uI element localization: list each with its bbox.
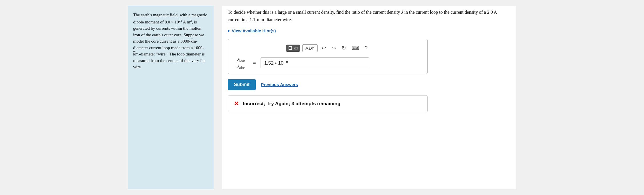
math-toolbar: √□ ΑΣΦ ↩ ↪ ↻ ⌨ ?: [234, 44, 422, 52]
question-text: To decide whether this is a large or a s…: [228, 9, 511, 23]
greek-button[interactable]: ΑΣΦ: [302, 44, 317, 52]
answer-input[interactable]: [261, 57, 369, 68]
previous-answers-link[interactable]: Previous Answers: [261, 82, 298, 87]
undo-icon: ↩: [322, 45, 326, 51]
problem-context-panel: The earth's magnetic field, with a magne…: [128, 6, 213, 189]
redo-icon: ↪: [332, 45, 336, 51]
submit-row: Submit Previous Answers: [228, 79, 428, 90]
fraction-denominator: Jwire: [237, 64, 245, 69]
fraction-numerator: Jloop: [237, 57, 245, 63]
previous-answers-label: Previous Answers: [261, 82, 298, 87]
problem-context-text: The earth's magnetic field, with a magne…: [133, 12, 208, 70]
answer-box: √□ ΑΣΦ ↩ ↪ ↻ ⌨ ?: [228, 39, 428, 74]
fraction-label: Jloop Jwire: [234, 57, 248, 69]
equals-sign: =: [251, 60, 257, 66]
refresh-icon: ↻: [342, 45, 346, 51]
undo-button[interactable]: ↩: [320, 44, 328, 52]
greek-label: ΑΣΦ: [305, 46, 314, 51]
matrix-button[interactable]: √□: [286, 45, 300, 52]
hint-link-label: View Available Hint(s): [232, 28, 276, 33]
question-panel: To decide whether this is a large or a s…: [222, 6, 516, 189]
error-message: Incorrect; Try Again; 3 attempts remaini…: [243, 101, 340, 107]
redo-button[interactable]: ↪: [330, 44, 338, 52]
sqrt-icon: √□: [293, 46, 297, 50]
error-icon: ✕: [234, 100, 239, 108]
hint-link[interactable]: View Available Hint(s): [228, 28, 511, 33]
math-input-row: Jloop Jwire =: [234, 57, 422, 69]
refresh-button[interactable]: ↻: [340, 44, 348, 52]
submit-button[interactable]: Submit: [228, 79, 256, 90]
error-box: ✕ Incorrect; Try Again; 3 attempts remai…: [228, 95, 428, 112]
help-button[interactable]: ?: [363, 44, 369, 52]
hint-arrow-icon: [228, 29, 230, 32]
keyboard-button[interactable]: ⌨: [350, 44, 361, 52]
keyboard-icon: ⌨: [352, 45, 359, 51]
help-icon: ?: [365, 45, 368, 51]
submit-label: Submit: [234, 82, 249, 87]
matrix-checkbox-icon: [289, 46, 292, 50]
